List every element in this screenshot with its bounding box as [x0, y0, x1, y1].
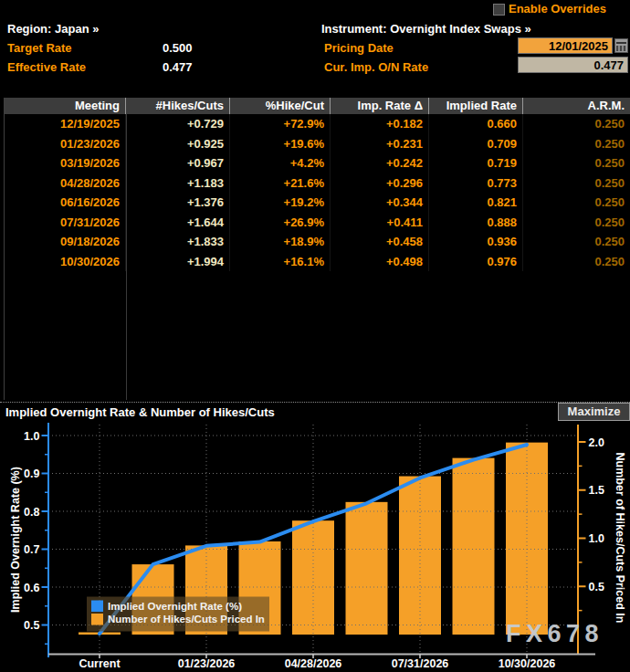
table-cell: +19.2% [230, 193, 331, 213]
legend-label-bar: Number of Hikes/Cuts Priced In [108, 614, 265, 625]
legend-swatch-line [91, 601, 103, 613]
enable-overrides-label[interactable]: Enable Overrides [509, 2, 606, 16]
column-separator [126, 114, 127, 400]
table-cell: +4.2% [230, 153, 331, 173]
table-cell: 0.250 [523, 173, 630, 194]
table-cell: 0.250 [523, 193, 630, 213]
cur-imp-label: Cur. Imp. O/N Rate [324, 60, 428, 74]
left-axis: 1.00.90.80.70.60.5 [24, 423, 48, 657]
x-tick-label: 10/30/2026 [499, 657, 556, 670]
left-tick-label: 1.0 [24, 430, 39, 443]
column-header: #Hikes/Cuts [126, 98, 230, 114]
table-cell: 0.976 [429, 252, 523, 272]
table-row[interactable]: 10/30/2026+1.994+16.1%+0.4980.9760.250 [5, 252, 630, 272]
table-row[interactable]: 06/16/2026+1.376+19.2%+0.3440.8210.250 [5, 193, 630, 213]
table-cell: +0.344 [331, 193, 429, 213]
table-cell: +26.9% [230, 213, 331, 233]
target-rate-value: 0.500 [163, 41, 193, 55]
table-cell: 0.660 [429, 114, 523, 134]
region-value[interactable]: Japan » [55, 22, 99, 36]
x-tick-label: Current [79, 657, 121, 670]
right-tick-label: 2.0 [589, 436, 604, 449]
table-row[interactable]: 09/18/2026+1.833+18.9%+0.4580.9360.250 [5, 232, 630, 252]
table-cell: +0.967 [126, 153, 230, 173]
bar [346, 502, 388, 635]
table-cell: +1.994 [126, 252, 230, 272]
right-axis-label: Number of Hikes/Cuts Priced In [614, 453, 626, 624]
table-cell: 0.250 [523, 213, 630, 233]
watermark: FX678 [506, 620, 604, 647]
effective-rate-label: Effective Rate [7, 60, 86, 74]
table-cell: 0.709 [429, 134, 523, 154]
table-cell: +0.498 [331, 252, 429, 272]
table-cell: +18.9% [230, 232, 331, 252]
left-tick-label: 0.5 [24, 619, 39, 632]
table-body: 12/19/2025+0.729+72.9%+0.1820.6600.25001… [5, 114, 630, 271]
instrument-value[interactable]: Overnight Index Swaps » [390, 22, 531, 36]
chart-title: Implied Overnight Rate & Number of Hikes… [5, 405, 275, 419]
table-cell: 03/19/2026 [5, 153, 126, 173]
table-header-row: Meeting#Hikes/Cuts%Hike/CutImp. Rate ΔIm… [5, 98, 630, 114]
maximize-button[interactable]: Maximize [558, 403, 630, 421]
table-cell: +0.242 [331, 153, 429, 173]
left-tick-label: 0.8 [24, 506, 39, 519]
left-axis-label: Implied Overnight Rate (%) [9, 467, 22, 613]
x-tick-label: 07/31/2026 [392, 657, 449, 670]
calendar-icon[interactable] [614, 38, 628, 53]
right-tick-label: 1.5 [589, 484, 604, 497]
legend-swatch-bar [91, 614, 103, 625]
left-tick-label: 0.9 [24, 467, 39, 480]
table-cell: 0.250 [523, 252, 630, 272]
table-cell: +0.231 [331, 134, 429, 154]
bar [399, 477, 441, 635]
column-header: A.R.M. [523, 98, 630, 114]
cur-imp-input[interactable]: 0.477 [518, 57, 628, 73]
table-cell: +1.833 [126, 232, 230, 252]
right-tick-label: 1.0 [589, 532, 604, 545]
table-cell: +1.644 [126, 213, 230, 233]
table-cell: +1.376 [126, 193, 230, 213]
pricing-date-label: Pricing Date [324, 41, 394, 55]
table-cell: 0.719 [429, 153, 523, 173]
x-axis: Current01/23/202604/28/202607/31/202610/… [48, 655, 595, 671]
table-cell: +72.9% [230, 114, 331, 134]
table-row[interactable]: 04/28/2026+1.183+21.6%+0.2960.7730.250 [5, 173, 630, 194]
table-cell: 04/28/2026 [5, 173, 126, 194]
enable-overrides-checkbox[interactable] [493, 4, 505, 16]
table-cell: 10/30/2026 [5, 252, 126, 272]
table-cell: 01/23/2026 [5, 134, 126, 154]
column-header: Implied Rate [429, 98, 523, 114]
table-cell: +1.183 [126, 173, 230, 194]
column-header: Meeting [5, 98, 126, 114]
x-tick-label: 04/28/2026 [285, 657, 342, 670]
table-cell: 12/19/2025 [5, 114, 126, 134]
chart-separator-line [0, 402, 630, 403]
table-cell: 0.250 [523, 114, 630, 134]
table-cell: +0.925 [126, 134, 230, 154]
table-cell: +19.6% [230, 134, 331, 154]
right-tick-label: 0.5 [589, 581, 604, 593]
table-cell: 0.936 [429, 232, 523, 252]
column-header: Imp. Rate Δ [331, 98, 429, 114]
chart-legend: Implied Overnight Rate (%)Number of Hike… [87, 597, 269, 632]
table-cell: +0.458 [331, 232, 429, 252]
table-cell: +0.182 [331, 114, 429, 134]
bar [453, 458, 495, 635]
table-cell: 0.888 [429, 213, 523, 233]
left-tick-label: 0.7 [24, 543, 39, 556]
table-row[interactable]: 07/31/2026+1.644+26.9%+0.4110.8880.250 [5, 213, 630, 233]
region-row: Region: Japan » [7, 22, 99, 36]
region-label: Region: [7, 22, 51, 36]
table-cell: 09/18/2026 [5, 232, 126, 252]
bar [292, 520, 334, 635]
instrument-label: Instrument: [321, 22, 387, 36]
table-row[interactable]: 03/19/2026+0.967+4.2%+0.2420.7190.250 [5, 153, 630, 173]
target-rate-label: Target Rate [7, 41, 72, 55]
table-row[interactable]: 12/19/2025+0.729+72.9%+0.1820.6600.250 [5, 114, 630, 134]
chart-plot: 1.00.90.80.70.60.5Implied Overnight Rate… [0, 422, 630, 672]
table-cell: +21.6% [230, 173, 331, 194]
table-cell: 0.250 [523, 134, 630, 154]
table-row[interactable]: 01/23/2026+0.925+19.6%+0.2310.7090.250 [5, 134, 630, 154]
pricing-date-input[interactable]: 12/01/2025 [518, 37, 613, 54]
table-cell: 0.250 [523, 232, 630, 252]
